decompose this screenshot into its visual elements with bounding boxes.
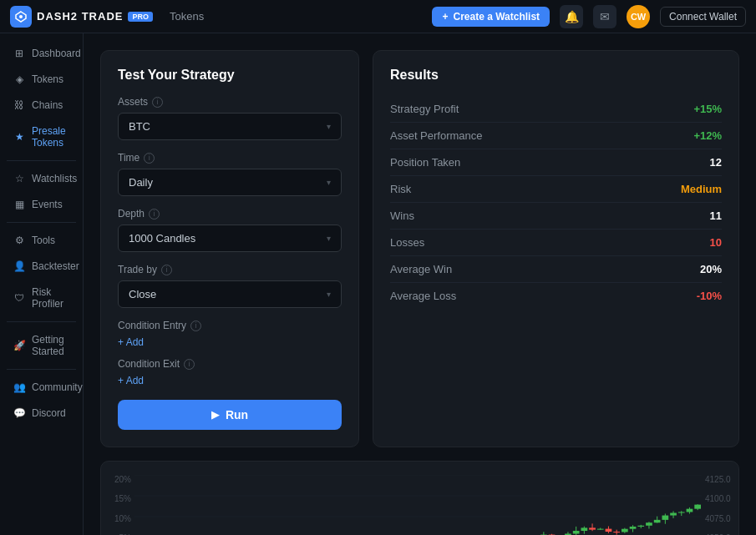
sidebar-item-dashboard[interactable]: ⊞ Dashboard [3, 41, 79, 66]
sidebar-item-chains[interactable]: ⛓ Chains [3, 93, 79, 118]
main-content: Test Your Strategy Assets i BTC ▾ Time i [84, 33, 756, 535]
tokens-icon: ◈ [13, 73, 25, 85]
chart-section: 20%15%10%5%0-5%-10%-15% 4125.04100.04075… [100, 461, 739, 535]
sidebar-item-discord[interactable]: 💬 Discord [3, 401, 79, 426]
form-title: Test Your Strategy [118, 68, 342, 83]
result-label: Strategy Profit [390, 103, 459, 115]
condition-entry-add-button[interactable]: + Add [118, 336, 144, 348]
result-row: Strategy Profit +15% [390, 96, 722, 123]
svg-point-1 [19, 15, 23, 18]
layout: ⊞ Dashboard ◈ Tokens ⛓ Chains ★ Presale … [0, 0, 756, 535]
condition-exit-info-icon[interactable]: i [184, 359, 195, 370]
time-select[interactable]: Daily ▾ [118, 169, 342, 196]
sidebar-item-tokens[interactable]: ◈ Tokens [3, 67, 79, 92]
time-label: Time i [118, 152, 342, 164]
chevron-down-icon: ▾ [327, 234, 331, 243]
result-label: Wins [390, 209, 414, 222]
depth-select[interactable]: 1000 Candles ▾ [118, 225, 342, 252]
time-info-icon[interactable]: i [144, 153, 155, 164]
result-label: Average Win [390, 263, 452, 275]
discord-icon: 💬 [13, 407, 25, 419]
chart-y-right-label: 4100.0 [705, 494, 735, 503]
run-button[interactable]: ▶ Run [118, 400, 342, 430]
create-watchlist-button[interactable]: + Create a Watchlist [432, 7, 550, 27]
sidebar-divider-2 [7, 222, 76, 223]
time-group: Time i Daily ▾ [118, 152, 342, 196]
sidebar-item-community[interactable]: 👥 Community [3, 375, 79, 400]
presale-icon: ★ [13, 131, 25, 143]
chart-y-right-label: 4075.0 [705, 514, 735, 523]
sidebar-item-label: Presale Tokens [32, 125, 69, 149]
sidebar-item-label: Watchlists [32, 173, 77, 184]
sidebar-item-label: Getting Started [32, 334, 69, 357]
logo-text: DASH2 TRADE [37, 10, 123, 23]
depth-info-icon[interactable]: i [149, 209, 160, 220]
candlestick-chart [134, 475, 702, 535]
sidebar-item-presale-tokens[interactable]: ★ Presale Tokens [3, 119, 79, 155]
sidebar-divider-4 [7, 369, 76, 370]
result-value: -10% [697, 290, 722, 302]
chart-canvas [134, 475, 702, 535]
assets-select[interactable]: BTC ▾ [118, 113, 342, 140]
chains-icon: ⛓ [13, 99, 25, 111]
chevron-down-icon: ▾ [327, 178, 331, 187]
result-value: +12% [693, 129, 722, 142]
condition-exit-add-button[interactable]: + Add [118, 375, 144, 386]
connect-wallet-button[interactable]: Connect Wallet [660, 7, 746, 27]
condition-exit-block: Condition Exit i + Add [118, 358, 342, 386]
notification-icon[interactable]: 🔔 [560, 5, 583, 28]
result-row: Losses 10 [390, 230, 722, 256]
risk-icon: 🛡 [13, 292, 25, 304]
play-icon: ▶ [211, 409, 219, 421]
avatar[interactable]: CW [627, 5, 650, 28]
sidebar-item-label: Community [32, 381, 83, 393]
tools-icon: ⚙ [13, 235, 25, 246]
watchlists-icon: ☆ [13, 173, 25, 184]
results-title: Results [390, 68, 722, 83]
assets-info-icon[interactable]: i [152, 97, 163, 108]
chart-inner: 20%15%10%5%0-5%-10%-15% 4125.04100.04075… [101, 472, 738, 535]
mail-icon[interactable]: ✉ [593, 5, 616, 28]
depth-label: Depth i [118, 208, 342, 220]
result-label: Risk [390, 183, 411, 195]
topbar: DASH2 TRADE PRO Tokens + Create a Watchl… [0, 0, 756, 33]
chart-y-left-label: 20% [104, 475, 131, 484]
assets-group: Assets i BTC ▾ [118, 96, 342, 140]
trade-by-info-icon[interactable]: i [161, 265, 172, 275]
form-card: Test Your Strategy Assets i BTC ▾ Time i [100, 50, 359, 447]
sidebar-item-tools[interactable]: ⚙ Tools [3, 228, 79, 253]
strategy-section: Test Your Strategy Assets i BTC ▾ Time i [84, 33, 756, 461]
plus-icon: + [442, 11, 448, 23]
sidebar-item-risk-profiler[interactable]: 🛡 Risk Profiler [3, 280, 79, 316]
condition-entry-info-icon[interactable]: i [190, 320, 201, 331]
result-row: Asset Performance +12% [390, 123, 722, 149]
sidebar-item-label: Tokens [32, 73, 63, 85]
chevron-down-icon: ▾ [327, 122, 331, 131]
result-value: 11 [710, 209, 722, 222]
sidebar-item-label: Events [32, 199, 63, 210]
trade-by-select[interactable]: Close ▾ [118, 280, 342, 308]
result-label: Losses [390, 236, 424, 249]
backtester-icon: 👤 [13, 260, 25, 272]
condition-entry-block: Condition Entry i + Add [118, 320, 342, 348]
chart-y-right: 4125.04100.04075.04050.04025.04000.03975… [702, 475, 738, 535]
topbar-tab-tokens[interactable]: Tokens [163, 10, 211, 23]
trade-by-label: Trade by i [118, 264, 342, 275]
depth-group: Depth i 1000 Candles ▾ [118, 208, 342, 252]
sidebar-item-getting-started[interactable]: 🚀 Getting Started [3, 327, 79, 364]
result-value: 20% [700, 263, 722, 275]
chart-y-left-label: 10% [104, 514, 131, 523]
sidebar-item-events[interactable]: ▦ Events [3, 192, 79, 217]
sidebar-item-label: Tools [32, 235, 55, 246]
assets-label: Assets i [118, 96, 342, 108]
result-value: +15% [693, 103, 722, 115]
chart-y-left: 20%15%10%5%0-5%-10%-15% [101, 475, 134, 535]
sidebar-item-watchlists[interactable]: ☆ Watchlists [3, 166, 79, 191]
sidebar-item-label: Discord [32, 407, 66, 419]
results-card: Results Strategy Profit +15% Asset Perfo… [373, 50, 739, 447]
sidebar-divider [7, 160, 76, 161]
result-row: Position Taken 12 [390, 149, 722, 176]
sidebar-item-label: Dashboard [32, 48, 81, 59]
sidebar-item-backtester[interactable]: 👤 Backtester [3, 254, 79, 279]
result-label: Position Taken [390, 156, 460, 169]
